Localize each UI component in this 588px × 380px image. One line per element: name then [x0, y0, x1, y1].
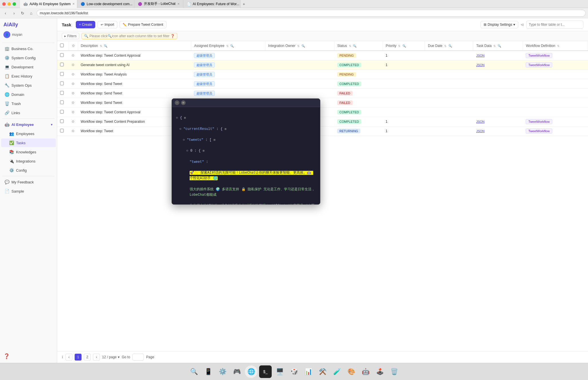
dock-app12[interactable]: 🎨 — [345, 365, 357, 378]
dock-system-prefs[interactable]: ⚙️ — [216, 365, 229, 378]
row-task-data[interactable]: JSON — [473, 60, 523, 70]
row-checkbox[interactable] — [60, 119, 64, 123]
col-filter-icon[interactable]: 🔍 — [402, 44, 406, 48]
close-button[interactable] — [2, 2, 6, 6]
col-assigned-employee[interactable]: Assigned Employee ⇅ 🔍 — [191, 41, 265, 51]
row-task-data[interactable]: JSON — [473, 51, 523, 60]
filters-toggle[interactable]: ▸ Filters — [62, 33, 79, 39]
col-task-data[interactable]: Task Data ⇅ 🔍 — [473, 41, 523, 51]
col-workflow-definition[interactable]: Workflow Definition ⇅ — [523, 41, 588, 51]
col-checkbox[interactable] — [57, 41, 69, 51]
row-gear-cell[interactable]: ⚙ — [69, 126, 78, 136]
home-button[interactable]: ⌂ — [28, 10, 34, 16]
prev-page-button[interactable]: ‹ — [65, 354, 72, 361]
row-checkbox[interactable] — [60, 100, 64, 104]
prepare-tweet-button[interactable]: ✏️ Prepare Tweet Content — [120, 21, 166, 28]
sidebar-item-trash[interactable]: 🗑️ Trash — [1, 99, 56, 108]
row-checkbox-cell[interactable] — [57, 126, 69, 136]
row-gear-cell[interactable]: ⚙ — [69, 117, 78, 126]
maximize-button[interactable] — [13, 2, 16, 6]
tab-1[interactable]: 🤖 AiAlly AI Employee System ✕ — [20, 0, 77, 8]
sidebar-item-my-feedback[interactable]: 💬 My Feedback — [1, 178, 56, 186]
col-filter-icon[interactable]: 🔍 — [104, 44, 107, 48]
url-input[interactable]: muyan.lowcode.ltd/196/Task/list — [37, 10, 586, 17]
next-page-button[interactable]: › — [93, 354, 100, 361]
dock-terminal[interactable]: $_ — [259, 365, 272, 378]
tab-close-icon[interactable]: ✕ — [72, 2, 75, 5]
sidebar-item-integrations[interactable]: 🔌 Integrations — [1, 157, 56, 165]
dock-launchpad[interactable]: 📱 — [202, 365, 214, 378]
row-gear-cell[interactable]: ⚙ — [69, 89, 78, 98]
col-filter-icon[interactable]: 🔍 — [498, 44, 501, 48]
row-checkbox[interactable] — [60, 72, 64, 76]
col-integration-owner[interactable]: Integration Owner ⇅ 🔍 — [265, 41, 334, 51]
tab-close-icon[interactable]: ✕ — [177, 2, 180, 5]
row-checkbox-cell[interactable] — [57, 51, 69, 60]
row-task-data[interactable]: JSON — [473, 126, 523, 136]
sidebar-help[interactable]: ❓ — [0, 350, 57, 363]
sidebar-item-system-config[interactable]: ⚙️ System Config — [1, 54, 56, 62]
dock-app7[interactable]: 🖥️ — [273, 365, 286, 378]
sidebar-item-domain[interactable]: 🌐 Domain — [1, 90, 56, 99]
row-task-data[interactable]: JSON — [473, 117, 523, 126]
dock-app4[interactable]: 🎮 — [231, 365, 243, 378]
col-status[interactable]: Status ⇅ 🔍 — [334, 41, 383, 51]
row-checkbox[interactable] — [60, 82, 64, 85]
page-2-button[interactable]: 2 — [84, 354, 91, 361]
dock-app11[interactable]: 🧪 — [331, 365, 343, 378]
dock-app8[interactable]: 🎲 — [288, 365, 300, 378]
sidebar-item-sample[interactable]: 📄 Sample — [1, 187, 56, 195]
minimize-button[interactable] — [7, 2, 11, 6]
col-filter-icon[interactable]: 🔍 — [353, 44, 356, 48]
col-filter-icon[interactable]: 🔍 — [230, 44, 234, 48]
col-filter-icon[interactable]: 🔍 — [301, 44, 305, 48]
tab-3[interactable]: 🟣 开发助手 - LobeChat ✕ — [134, 0, 183, 8]
dock-trash[interactable]: 🗑️ — [388, 365, 400, 378]
col-description[interactable]: Description ⇅ 🔍 — [78, 41, 191, 51]
json-link[interactable]: JSON — [476, 54, 484, 57]
tab-4[interactable]: 📄 AI Employees: Future of Wor... ✕ — [183, 0, 241, 8]
back-button[interactable]: ‹ — [2, 10, 9, 16]
row-checkbox-cell[interactable] — [57, 89, 69, 98]
row-gear-cell[interactable]: ⚙ — [69, 60, 78, 70]
row-gear-cell[interactable]: ⚙ — [69, 70, 78, 79]
sidebar-item-business[interactable]: 🏢 Business Co. — [1, 44, 56, 53]
dock-app13[interactable]: 🤖 — [359, 365, 372, 378]
json-link[interactable]: JSON — [476, 129, 484, 133]
filter-input[interactable] — [526, 21, 583, 29]
dock-finder[interactable]: 🔍 — [188, 365, 200, 378]
goto-input[interactable] — [132, 354, 144, 361]
dock-app9[interactable]: 📊 — [302, 365, 315, 378]
select-all-checkbox[interactable] — [60, 43, 64, 47]
col-due-date[interactable]: Due Date ⇅ 🔍 — [425, 41, 473, 51]
sidebar-item-tasks[interactable]: ✅ Tasks — [1, 138, 56, 147]
row-checkbox[interactable] — [60, 63, 64, 66]
row-checkbox-cell[interactable] — [57, 98, 69, 108]
row-checkbox[interactable] — [60, 129, 64, 132]
create-button[interactable]: + Create — [76, 21, 95, 28]
popup-close-btn[interactable]: ○ — [175, 100, 179, 105]
row-gear-cell[interactable]: ⚙ — [69, 108, 78, 117]
reload-button[interactable]: ↻ — [19, 10, 26, 16]
row-gear-cell[interactable]: ⚙ — [69, 98, 78, 108]
row-checkbox-cell[interactable] — [57, 60, 69, 70]
row-checkbox-cell[interactable] — [57, 117, 69, 126]
row-checkbox[interactable] — [60, 91, 64, 95]
sidebar-item-development[interactable]: 💻 Development — [1, 63, 56, 71]
popup-copy-btn[interactable]: ⊞ — [181, 100, 186, 105]
sidebar-item-employees[interactable]: 👥 Employees — [1, 129, 56, 138]
sidebar-item-links[interactable]: 🔗 Links — [1, 108, 56, 117]
json-link[interactable]: JSON — [476, 120, 484, 123]
sidebar-item-exec-history[interactable]: 📋 Exec History — [1, 72, 56, 80]
new-tab-button[interactable]: + — [241, 2, 247, 6]
dock-chrome[interactable]: 🌐 — [245, 365, 257, 378]
json-link[interactable]: JSON — [476, 63, 484, 67]
row-checkbox-cell[interactable] — [57, 108, 69, 117]
row-gear-cell[interactable]: ⚙ — [69, 79, 78, 89]
col-filter-icon[interactable]: 🔍 — [448, 44, 452, 48]
dock-app14[interactable]: 🕹️ — [374, 365, 386, 378]
row-checkbox[interactable] — [60, 53, 64, 57]
row-checkbox[interactable] — [60, 110, 64, 114]
sidebar-item-system-ops[interactable]: 🔧 System Ops — [1, 81, 56, 90]
sidebar-item-config[interactable]: ⚙️ Config — [1, 166, 56, 175]
